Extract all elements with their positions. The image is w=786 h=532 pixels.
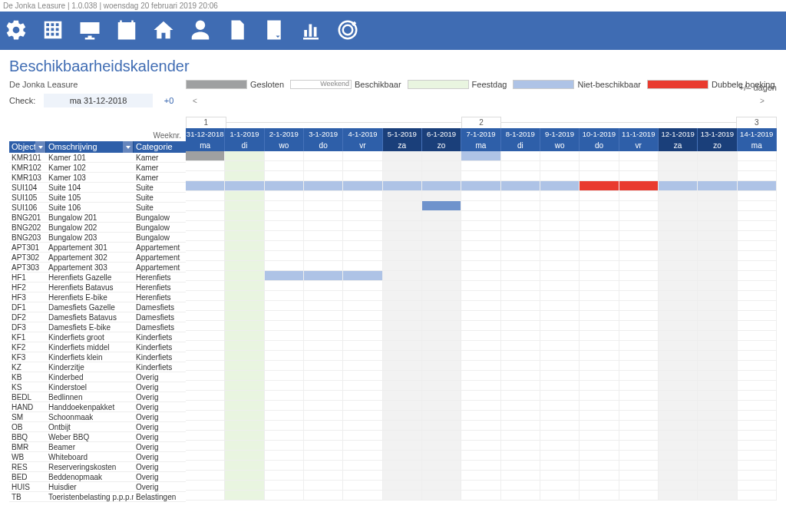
availability-cell[interactable] <box>461 451 500 460</box>
availability-cell[interactable] <box>540 161 580 170</box>
availability-cell[interactable] <box>225 281 264 290</box>
availability-cell[interactable] <box>422 191 461 200</box>
availability-cell[interactable] <box>186 441 225 450</box>
availability-cell[interactable] <box>659 401 698 410</box>
object-row[interactable]: APT303Appartement 303Appartement <box>9 263 186 273</box>
availability-cell[interactable] <box>422 281 461 290</box>
availability-cell[interactable] <box>501 371 540 380</box>
availability-cell[interactable] <box>343 371 382 380</box>
availability-cell[interactable] <box>461 261 500 270</box>
availability-cell[interactable] <box>698 451 737 460</box>
availability-cell[interactable] <box>422 471 461 480</box>
availability-cell[interactable] <box>619 351 659 360</box>
availability-cell[interactable] <box>580 281 619 290</box>
object-row[interactable]: WBWhiteboardOverig <box>9 452 186 462</box>
availability-cell[interactable] <box>186 431 225 440</box>
availability-cell[interactable] <box>738 281 777 290</box>
object-row[interactable]: TBToeristenbelasting p.p.p.n.Belastingen <box>9 492 186 502</box>
availability-cell[interactable] <box>619 201 659 210</box>
availability-cell[interactable] <box>659 441 698 450</box>
availability-cell[interactable] <box>343 311 382 320</box>
availability-cell[interactable] <box>501 401 540 410</box>
availability-cell[interactable] <box>580 231 619 240</box>
availability-cell[interactable] <box>659 151 698 160</box>
availability-cell[interactable] <box>540 201 580 210</box>
availability-cell[interactable] <box>225 421 264 430</box>
availability-cell[interactable] <box>343 441 382 450</box>
availability-cell[interactable] <box>304 151 343 160</box>
availability-cell[interactable] <box>501 181 540 190</box>
availability-cell[interactable] <box>461 201 500 210</box>
availability-cell[interactable] <box>501 211 540 220</box>
availability-cell[interactable] <box>580 271 619 280</box>
availability-cell[interactable] <box>186 321 225 330</box>
availability-cell[interactable] <box>540 371 580 380</box>
date-header-cell[interactable]: 10-1-2019 <box>580 128 619 140</box>
availability-cell[interactable] <box>304 411 343 420</box>
availability-cell[interactable] <box>580 361 619 370</box>
availability-cell[interactable] <box>738 321 777 330</box>
availability-cell[interactable] <box>304 291 343 300</box>
availability-cell[interactable] <box>304 481 343 490</box>
availability-cell[interactable] <box>540 471 580 480</box>
date-header-cell[interactable]: 9-1-2019 <box>540 128 580 140</box>
availability-cell[interactable] <box>540 341 580 350</box>
availability-cell[interactable] <box>225 241 264 250</box>
availability-cell[interactable] <box>304 341 343 350</box>
availability-cell[interactable] <box>540 181 580 190</box>
availability-cell[interactable] <box>580 201 619 210</box>
availability-cell[interactable] <box>225 441 264 450</box>
availability-cell[interactable] <box>659 411 698 420</box>
availability-cell[interactable] <box>738 491 777 500</box>
availability-cell[interactable] <box>186 361 225 370</box>
availability-cell[interactable] <box>501 471 540 480</box>
availability-cell[interactable] <box>501 461 540 470</box>
availability-cell[interactable] <box>383 441 422 450</box>
home-icon[interactable] <box>152 18 175 43</box>
availability-cell[interactable] <box>225 291 264 300</box>
availability-cell[interactable] <box>738 441 777 450</box>
availability-cell[interactable] <box>738 181 777 190</box>
availability-cell[interactable] <box>225 321 264 330</box>
availability-cell[interactable] <box>304 351 343 360</box>
date-header-cell[interactable]: 3-1-2019 <box>304 128 343 140</box>
availability-cell[interactable] <box>580 441 619 450</box>
availability-cell[interactable] <box>619 331 659 340</box>
object-row[interactable]: APT301Appartement 301Appartement <box>9 243 186 253</box>
availability-cell[interactable] <box>659 481 698 490</box>
availability-cell[interactable] <box>619 221 659 230</box>
availability-cell[interactable] <box>698 491 737 500</box>
availability-cell[interactable] <box>659 291 698 300</box>
object-row[interactable]: BBQWeber BBQOverig <box>9 432 186 442</box>
availability-cell[interactable] <box>580 491 619 500</box>
availability-cell[interactable] <box>186 161 225 170</box>
availability-cell[interactable] <box>698 311 737 320</box>
availability-cell[interactable] <box>738 401 777 410</box>
availability-cell[interactable] <box>383 281 422 290</box>
availability-cell[interactable] <box>501 151 540 160</box>
availability-cell[interactable] <box>540 401 580 410</box>
availability-cell[interactable] <box>343 281 382 290</box>
availability-cell[interactable] <box>461 351 500 360</box>
availability-cell[interactable] <box>698 461 737 470</box>
availability-cell[interactable] <box>304 461 343 470</box>
availability-cell[interactable] <box>186 181 225 190</box>
availability-cell[interactable] <box>461 491 500 500</box>
availability-cell[interactable] <box>304 311 343 320</box>
availability-cell[interactable] <box>304 271 343 280</box>
availability-cell[interactable] <box>383 161 422 170</box>
prev-arrow[interactable]: < <box>193 97 202 105</box>
availability-cell[interactable] <box>225 381 264 390</box>
availability-cell[interactable] <box>461 241 500 250</box>
availability-cell[interactable] <box>738 331 777 340</box>
availability-cell[interactable] <box>265 441 304 450</box>
availability-cell[interactable] <box>580 191 619 200</box>
availability-cell[interactable] <box>698 471 737 480</box>
availability-cell[interactable] <box>343 221 382 230</box>
availability-cell[interactable] <box>304 441 343 450</box>
availability-cell[interactable] <box>343 191 382 200</box>
availability-cell[interactable] <box>186 351 225 360</box>
availability-cell[interactable] <box>383 341 422 350</box>
object-row[interactable]: DF1Damesfiets GazelleDamesfiets <box>9 302 186 312</box>
availability-cell[interactable] <box>580 311 619 320</box>
